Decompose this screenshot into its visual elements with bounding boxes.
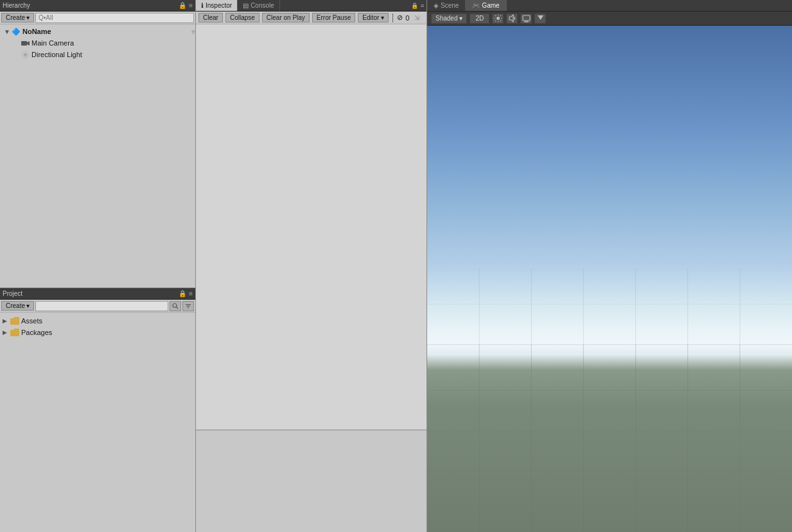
extra-dropdown-icon[interactable] xyxy=(534,13,546,24)
svg-line-22 xyxy=(500,21,501,21)
svg-line-9 xyxy=(27,51,28,52)
console-tab-label: Console xyxy=(251,2,274,9)
svg-line-24 xyxy=(495,21,496,21)
twod-button[interactable]: 2D xyxy=(470,13,489,24)
game-tab-label: Game xyxy=(482,2,499,9)
shaded-dropdown-icon: ▾ xyxy=(459,15,462,22)
console-toolbar: Clear Collapse Clear on Play Error Pause… xyxy=(196,12,427,24)
console-tab-icon: ▤ xyxy=(243,2,249,9)
display-icon-button[interactable] xyxy=(520,13,532,24)
hierarchy-item-main-camera[interactable]: Main Camera xyxy=(0,37,195,49)
editor-dropdown-icon: ▾ xyxy=(381,14,384,21)
svg-rect-15 xyxy=(188,307,189,308)
directional-light-label: Directional Light xyxy=(31,51,82,58)
project-panel: Project 🔒 ≡ Create ▾ xyxy=(0,288,195,532)
project-item-assets[interactable]: ▶ Assets xyxy=(0,315,195,327)
svg-rect-14 xyxy=(187,305,190,306)
middle-panel-menu-icon[interactable]: ≡ xyxy=(419,3,425,9)
middle-panel-lock-icon[interactable]: 🔒 xyxy=(410,3,419,9)
tab-game[interactable]: 🎮 Game xyxy=(466,0,506,11)
svg-point-11 xyxy=(173,304,177,307)
svg-rect-26 xyxy=(523,15,530,21)
svg-marker-25 xyxy=(509,15,513,22)
svg-line-7 xyxy=(22,51,22,52)
scene-view xyxy=(427,26,792,532)
scene-game-tabbar: ◈ Scene 🎮 Game xyxy=(427,0,792,12)
scene-grid xyxy=(427,26,792,532)
clear-on-play-button[interactable]: Clear on Play xyxy=(262,13,310,22)
error-counter: ⊘ xyxy=(397,13,403,22)
inspector-console-tabbar: ℹ Inspector ▤ Console 🔒 ≡ xyxy=(196,0,427,12)
svg-rect-13 xyxy=(186,304,191,305)
scene-root-menu[interactable]: ≡ xyxy=(191,28,195,35)
expand-icon: ⇲ xyxy=(414,14,419,21)
hierarchy-content: ▼ 🔷 NoName ≡ Main Camera xyxy=(0,24,195,287)
inspector-tab-icon: ℹ xyxy=(201,2,204,9)
svg-rect-0 xyxy=(21,41,27,46)
editor-dropdown-button[interactable]: Editor ▾ xyxy=(358,13,389,22)
sun-icon-button[interactable] xyxy=(492,13,504,24)
collapse-button[interactable]: Collapse xyxy=(225,13,260,22)
svg-line-12 xyxy=(177,307,179,309)
toolbar-separator xyxy=(392,13,393,22)
project-create-dropdown-icon: ▾ xyxy=(26,302,30,309)
error-pause-button[interactable]: Error Pause xyxy=(312,13,355,22)
project-create-button[interactable]: Create ▾ xyxy=(1,301,34,311)
assets-label: Assets xyxy=(21,317,42,325)
main-camera-label: Main Camera xyxy=(31,39,74,47)
scene-root-icon: 🔷 xyxy=(12,28,21,36)
create-dropdown-icon: ▾ xyxy=(26,14,30,21)
error-count: 0 xyxy=(405,14,409,22)
right-panel: ◈ Scene 🎮 Game Shaded ▾ 2D xyxy=(427,0,792,532)
packages-folder-icon xyxy=(10,329,19,336)
hierarchy-scene-root[interactable]: ▼ 🔷 NoName ≡ xyxy=(0,26,195,37)
scene-root-arrow: ▼ xyxy=(4,28,12,35)
project-header: Project 🔒 ≡ xyxy=(0,288,195,300)
tab-console[interactable]: ▤ Console xyxy=(238,0,280,11)
tab-inspector[interactable]: ℹ Inspector xyxy=(196,0,238,11)
hierarchy-panel: Hierarchy 🔒 ≡ Create ▾ ▼ 🔷 NoName xyxy=(0,0,195,288)
packages-label: Packages xyxy=(21,329,52,336)
svg-point-16 xyxy=(497,17,500,20)
sound-icon-button[interactable] xyxy=(506,13,518,24)
shaded-label: Shaded xyxy=(436,15,457,22)
hierarchy-item-directional-light[interactable]: Directional Light xyxy=(0,49,195,60)
hierarchy-title: Hierarchy xyxy=(3,2,30,9)
project-filter-icon[interactable] xyxy=(182,301,194,311)
hierarchy-header: Hierarchy 🔒 ≡ xyxy=(0,0,195,12)
project-toolbar: Create ▾ xyxy=(0,300,195,313)
scene-tab-icon: ◈ xyxy=(434,2,439,9)
svg-line-23 xyxy=(500,15,501,16)
project-menu-icon[interactable]: ≡ xyxy=(189,290,193,297)
project-item-packages[interactable]: ▶ Packages xyxy=(0,327,195,338)
project-content: ▶ Assets ▶ Packag xyxy=(0,313,195,532)
console-lower-content xyxy=(196,429,427,532)
inspector-content xyxy=(196,24,427,429)
project-search-input[interactable] xyxy=(35,301,168,311)
hierarchy-menu-icon[interactable]: ≡ xyxy=(189,2,193,9)
svg-point-2 xyxy=(23,53,27,56)
hierarchy-create-button[interactable]: Create ▾ xyxy=(1,13,34,22)
shaded-dropdown[interactable]: Shaded ▾ xyxy=(431,13,467,24)
svg-line-8 xyxy=(27,56,28,57)
camera-icon xyxy=(21,39,30,47)
project-lock-icon[interactable]: 🔒 xyxy=(179,290,186,297)
assets-folder-icon xyxy=(10,317,19,325)
assets-arrow: ▶ xyxy=(3,318,10,324)
inspector-tab-label: Inspector xyxy=(206,2,232,9)
project-search-icon[interactable] xyxy=(170,301,181,311)
svg-marker-30 xyxy=(538,15,543,20)
scene-toolbar: Shaded ▾ 2D xyxy=(427,12,792,26)
svg-line-10 xyxy=(22,56,22,57)
left-panel: Hierarchy 🔒 ≡ Create ▾ ▼ 🔷 NoName xyxy=(0,0,196,532)
packages-arrow: ▶ xyxy=(3,329,10,336)
middle-tab-controls: 🔒 ≡ xyxy=(410,0,427,11)
hierarchy-search-input[interactable] xyxy=(35,13,194,23)
clear-button[interactable]: Clear xyxy=(198,13,223,22)
tab-scene[interactable]: ◈ Scene xyxy=(427,0,466,11)
light-icon xyxy=(21,50,30,59)
svg-marker-1 xyxy=(27,41,30,46)
scene-tab-label: Scene xyxy=(441,2,459,9)
hierarchy-lock-icon[interactable]: 🔒 xyxy=(179,2,186,9)
middle-panel: ℹ Inspector ▤ Console 🔒 ≡ Clear Collapse… xyxy=(196,0,427,532)
